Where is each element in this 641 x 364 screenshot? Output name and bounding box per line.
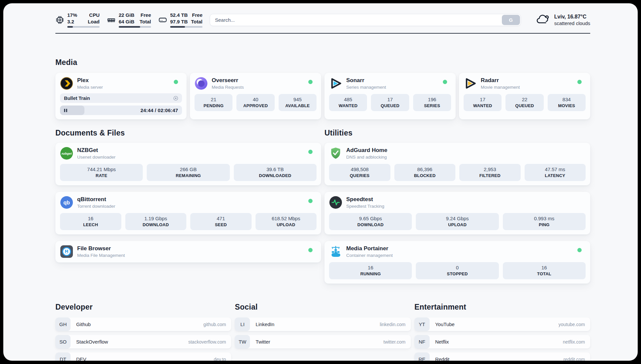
status-online-dot <box>443 80 447 84</box>
bookmark-name: DEV <box>76 356 86 361</box>
disk-free: 52.4 TB <box>170 12 188 18</box>
bookmark-url: twitter.com <box>383 339 406 345</box>
memory-total-label: Total <box>139 18 151 25</box>
app-title: Speedtest <box>346 196 384 203</box>
cpu-load-label: Load <box>88 18 100 25</box>
bookmark-abbr: GH <box>55 318 71 331</box>
portainer-card[interactable]: Media Portainer Container management 16R… <box>324 241 590 284</box>
plex-progress-bar[interactable]: 24:44 / 02:06:47 <box>60 106 182 115</box>
cpu-usage: 17% <box>67 12 77 18</box>
stat-approved: 40APPROVED <box>236 94 274 111</box>
cpu-icon <box>55 15 64 24</box>
bookmark-name: Github <box>76 321 91 327</box>
status-online-dot <box>577 80 582 84</box>
app-title: Radarr <box>481 77 520 84</box>
sonarr-card[interactable]: Sonarr Series management 485WANTED 17QUE… <box>324 73 456 119</box>
plex-now-playing-row: Bullet Train <box>60 93 182 103</box>
adguard-card[interactable]: AdGuard Home DNS and adblocking 498,508Q… <box>324 143 590 185</box>
bookmark-name: Twitter <box>256 339 270 345</box>
status-online-dot <box>577 248 582 252</box>
stat-wanted: 485WANTED <box>329 94 367 111</box>
stat-downloaded: 39.6 TBDOWNLOADED <box>234 164 317 181</box>
app-title: Media Portainer <box>346 245 393 252</box>
documents-section: Documents & Files nzbget NZBGet Usenet d… <box>55 129 321 284</box>
top-bar: 17%3.2 CPULoad 22 GiB64 GiB FreeTotal <box>55 12 590 28</box>
stat-running: 16RUNNING <box>329 262 412 279</box>
bookmark-abbr: SO <box>55 335 71 349</box>
filebrowser-card[interactable]: File Browser Media File Management <box>55 241 321 262</box>
bookmark-name: LinkedIn <box>256 321 274 327</box>
bookmark-abbr: LI <box>235 318 250 331</box>
stat-movies: 834MOVIES <box>548 94 586 111</box>
bookmark-youtube[interactable]: YT YouTube youtube.com <box>414 318 590 331</box>
radarr-icon <box>464 77 477 90</box>
stat-stopped: 0STOPPED <box>416 262 499 279</box>
utilities-section: Utilities AdGuard Home DNS and adblockin… <box>324 129 590 284</box>
stat-available: 945AVAILABLE <box>279 94 317 111</box>
pause-icon[interactable] <box>63 108 68 113</box>
disk-total-label: Total <box>191 18 202 25</box>
radarr-card[interactable]: Radarr Movie management 17WANTED 22QUEUE… <box>459 73 590 119</box>
social-section: Social LI LinkedIn linkedin.com TW Twitt… <box>235 303 411 361</box>
bookmark-linkedin[interactable]: LI LinkedIn linkedin.com <box>235 318 411 331</box>
media-section: Media Plex Media server Bullet Train <box>55 58 590 119</box>
disk-progress-fill <box>170 26 185 28</box>
search-input[interactable] <box>210 14 521 26</box>
sonarr-icon <box>329 77 342 90</box>
app-subtitle: Usenet downloader <box>77 155 115 160</box>
media-section-title: Media <box>55 58 590 67</box>
bookmark-name: Netflix <box>435 339 449 345</box>
stat-latency: 47.57 msLATENCY <box>525 164 586 181</box>
bookmark-stackoverflow[interactable]: SO StackOverflow stackoverflow.com <box>55 335 231 349</box>
stat-seed: 471SEED <box>190 213 252 230</box>
plex-card[interactable]: Plex Media server Bullet Train <box>55 73 187 119</box>
speedtest-card[interactable]: Speedtest Speedtest Tracking 9.65 GbpsDO… <box>324 192 590 234</box>
cpu-progress-track <box>67 26 100 28</box>
entertainment-section-title: Entertainment <box>414 303 590 312</box>
bookmark-dev[interactable]: DT DEV dev.to <box>55 352 231 361</box>
app-title: Plex <box>77 77 103 84</box>
cpu-load-value: 3.2 <box>67 18 77 25</box>
developer-section: Developer GH Github github.com SO StackO… <box>55 303 231 361</box>
disk-progress-track <box>170 26 202 28</box>
qbittorrent-card[interactable]: qb qBittorrent Torrent downloader 16LEEC… <box>55 192 321 234</box>
entertainment-section: Entertainment YT YouTube youtube.com NF … <box>414 303 590 361</box>
documents-section-title: Documents & Files <box>55 129 321 137</box>
app-subtitle: Torrent downloader <box>77 204 115 209</box>
bookmark-twitter[interactable]: TW Twitter twitter.com <box>235 335 411 349</box>
bookmark-reddit[interactable]: RE Reddit reddit.com <box>414 352 590 361</box>
utilities-section-title: Utilities <box>324 129 590 137</box>
playback-time: 24:44 / 02:06:47 <box>140 107 182 113</box>
app-subtitle: Media server <box>77 85 103 90</box>
stat-download: 9.65 GbpsDOWNLOAD <box>329 213 412 230</box>
app-title: qBittorrent <box>77 196 115 203</box>
overseerr-card[interactable]: Overseerr Media Requests 21PENDING 40APP… <box>190 73 321 119</box>
disk-total: 97.9 TB <box>170 18 188 25</box>
stat-remaining: 266 GBREMAINING <box>147 164 229 181</box>
dashboard-page: 17%3.2 CPULoad 22 GiB64 GiB FreeTotal <box>3 3 638 361</box>
status-online-dot <box>174 80 178 84</box>
app-subtitle: Series management <box>346 85 386 90</box>
search-engine-button[interactable]: G <box>502 15 520 25</box>
status-online-dot <box>308 80 313 84</box>
bookmark-name: YouTube <box>435 321 455 327</box>
bookmark-abbr: RE <box>414 352 430 361</box>
app-subtitle: Media File Management <box>77 253 125 258</box>
bookmark-netflix[interactable]: NF Netflix netflix.com <box>414 335 590 349</box>
app-title: Overseerr <box>212 77 244 84</box>
bookmark-github[interactable]: GH Github github.com <box>55 318 231 331</box>
system-stats: 17%3.2 CPULoad 22 GiB64 GiB FreeTotal <box>55 12 202 27</box>
nzbget-card[interactable]: nzbget NZBGet Usenet downloader 744.21 M… <box>55 143 321 185</box>
stat-wanted: 17WANTED <box>464 94 502 111</box>
app-title: NZBGet <box>77 147 115 154</box>
memory-free: 22 GiB <box>119 12 135 18</box>
video-session-icon[interactable] <box>173 95 179 101</box>
app-subtitle: DNS and adblocking <box>346 155 387 160</box>
weather-condition: scattered clouds <box>554 20 590 26</box>
bookmark-name: StackOverflow <box>76 339 108 345</box>
disk-icon <box>158 15 167 24</box>
stat-download: 1.19 GbpsDOWNLOAD <box>125 213 187 230</box>
disk-stat: 52.4 TB97.9 TB FreeTotal <box>158 12 202 27</box>
stat-ping: 0.993 msPING <box>503 213 586 230</box>
weather-location-temp: Lviv, 16.87°C <box>554 14 590 20</box>
